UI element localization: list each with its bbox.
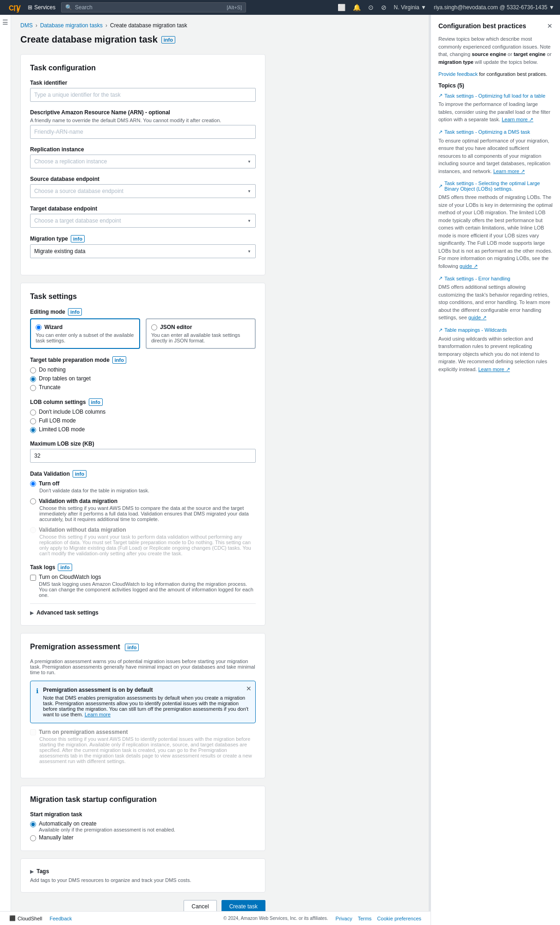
- table-prep-info[interactable]: info: [112, 356, 126, 364]
- migration-type-info[interactable]: info: [71, 235, 85, 242]
- services-button[interactable]: ⊞ Services: [28, 4, 55, 11]
- learn-more-5[interactable]: Learn more ↗: [478, 366, 510, 372]
- wizard-mode-title: Wizard: [36, 324, 135, 330]
- editing-mode-info[interactable]: info: [68, 308, 82, 316]
- task-logs-info[interactable]: info: [58, 564, 72, 571]
- validation-without-label: Validation without data migration: [39, 527, 126, 533]
- guide-link-3[interactable]: guide ↗: [460, 263, 478, 269]
- task-identifier-input[interactable]: [30, 88, 256, 102]
- topic-2-link[interactable]: ↗ Task settings - Optimizing a DMS task: [438, 129, 553, 135]
- banner-title: Premigration assessment is on by default: [43, 687, 250, 693]
- data-validation-info[interactable]: info: [73, 470, 86, 478]
- tags-header[interactable]: ▶ Tags: [30, 868, 256, 875]
- help-icon[interactable]: ⊘: [381, 4, 387, 11]
- replication-instance-select[interactable]: Choose a replication instance: [30, 155, 256, 168]
- lob-settings-info[interactable]: info: [89, 398, 103, 406]
- cookie-preferences-link[interactable]: Cookie preferences: [377, 916, 421, 921]
- link-icon-4: ↗: [438, 275, 443, 281]
- lob-dont-include-option[interactable]: Don't include LOB columns: [30, 409, 256, 416]
- turn-off-option: Turn off Don't validate data for the tab…: [30, 480, 256, 493]
- advanced-task-settings-header[interactable]: ▶ Advanced task settings: [30, 603, 256, 616]
- turn-on-premigration-header: Turn on premigration assessment: [30, 729, 256, 735]
- max-lob-input[interactable]: [30, 449, 256, 463]
- source-endpoint-select[interactable]: Choose a source database endpoint: [30, 184, 256, 198]
- breadcrumb-tasks[interactable]: Database migration tasks: [40, 22, 103, 29]
- tags-title: Tags: [37, 868, 49, 875]
- breadcrumb-dms[interactable]: DMS: [20, 22, 33, 29]
- lob-settings-label: LOB column settings info: [30, 398, 256, 406]
- table-prep-drop-radio[interactable]: [30, 376, 36, 382]
- topic-3-link[interactable]: ↗ Task settings - Selecting the optimal …: [438, 180, 553, 192]
- topic-3-text: DMS offers three methods of migrating LO…: [438, 193, 553, 270]
- topics-count-title: Topics (5): [438, 82, 553, 89]
- learn-more-1[interactable]: Learn more ↗: [502, 117, 533, 122]
- circle-icon[interactable]: ⊙: [368, 4, 374, 11]
- json-editor-radio[interactable]: [151, 324, 157, 330]
- migration-type-label: Migration type info: [30, 235, 256, 242]
- task-logs-label: Task logs info: [30, 564, 256, 571]
- menu-icon[interactable]: ☰: [2, 19, 8, 26]
- lob-limited-option[interactable]: Limited LOB mode: [30, 426, 256, 433]
- feedback-bottom-link[interactable]: Feedback: [49, 916, 72, 921]
- banner-learn-more[interactable]: Learn more: [85, 712, 111, 717]
- turn-on-premigration-option: Turn on premigration assessment Choose t…: [30, 729, 256, 764]
- advanced-task-settings-label: Advanced task settings: [37, 609, 98, 616]
- migration-type-select[interactable]: Migrate existing data: [30, 244, 256, 258]
- lob-full-radio[interactable]: [30, 418, 36, 424]
- search-shortcut: [Alt+S]: [227, 5, 242, 10]
- json-editor-mode-desc: You can enter all available task setting…: [151, 332, 250, 343]
- wizard-radio[interactable]: [36, 324, 42, 330]
- privacy-link[interactable]: Privacy: [336, 916, 352, 921]
- turn-off-radio[interactable]: [30, 481, 36, 487]
- feedback-link[interactable]: Provide feedback: [438, 71, 478, 77]
- lob-full-option[interactable]: Full LOB mode: [30, 417, 256, 424]
- manual-later-radio[interactable]: [30, 835, 36, 841]
- topic-4-link[interactable]: ↗ Task settings - Error handling: [438, 275, 553, 281]
- start-migration-label: Start migration task: [30, 811, 256, 818]
- search-input[interactable]: [75, 4, 224, 11]
- target-endpoint-select-wrapper: Choose a target database endpoint: [30, 214, 256, 228]
- terms-link[interactable]: Terms: [358, 916, 372, 921]
- region-selector[interactable]: N. Virginia ▼: [394, 4, 426, 11]
- panel-title: Configuration best practices: [438, 22, 526, 30]
- page-info-link[interactable]: info: [161, 36, 175, 43]
- wizard-mode-card[interactable]: Wizard You can enter only a subset of th…: [30, 318, 140, 349]
- learn-more-2[interactable]: Learn more ↗: [493, 168, 525, 174]
- migration-type-field: Migration type info Migrate existing dat…: [30, 235, 256, 258]
- topic-1-link[interactable]: ↗ Task settings - Optimizing full load f…: [438, 93, 553, 99]
- table-prep-nothing-radio[interactable]: [30, 367, 36, 373]
- tags-desc: Add tags to your DMS resources to organi…: [30, 877, 256, 883]
- panel-resize-handle[interactable]: [429, 15, 431, 925]
- target-endpoint-select[interactable]: Choose a target database endpoint: [30, 214, 256, 228]
- bell-icon[interactable]: 🔔: [353, 4, 361, 11]
- topic-2: ↗ Task settings - Optimizing a DMS task …: [438, 129, 553, 175]
- lob-dont-include-radio[interactable]: [30, 410, 36, 416]
- topic-5-link[interactable]: ↗ Table mappings - Wildcards: [438, 327, 553, 333]
- cloudwatch-logs-checkbox[interactable]: [30, 575, 36, 581]
- auto-create-radio[interactable]: [30, 821, 36, 827]
- json-editor-mode-card[interactable]: JSON editor You can enter all available …: [146, 318, 256, 349]
- table-prep-nothing-option[interactable]: Do nothing: [30, 366, 256, 373]
- panel-close-button[interactable]: ✕: [547, 22, 553, 30]
- banner-close-button[interactable]: ✕: [246, 685, 252, 692]
- table-prep-truncate-option[interactable]: Truncate: [30, 384, 256, 391]
- auto-create-option[interactable]: Automatically on create Available only i…: [30, 820, 256, 832]
- cloud-shell-button[interactable]: ⬛ CloudShell: [9, 915, 42, 921]
- main-content: DMS › Database migration tasks › Create …: [11, 15, 275, 925]
- search-bar[interactable]: 🔍 [Alt+S]: [61, 2, 246, 12]
- startup-config-title: Migration task startup configuration: [30, 795, 256, 804]
- task-logs-section: Task logs info Turn on CloudWatch logs D…: [30, 564, 256, 598]
- premigration-info[interactable]: info: [125, 644, 139, 651]
- manual-later-option[interactable]: Manually later: [30, 834, 256, 841]
- table-prep-drop-option[interactable]: Drop tables on target: [30, 375, 256, 382]
- user-menu[interactable]: riya.singh@hevodata.com @ 5332-6736-1435…: [434, 4, 554, 11]
- terminal-icon[interactable]: ⬜: [338, 4, 345, 11]
- table-prep-truncate-radio[interactable]: [30, 385, 36, 391]
- lob-limited-radio[interactable]: [30, 427, 36, 433]
- table-prep-nothing-label: Do nothing: [39, 366, 66, 373]
- topic-4: ↗ Task settings - Error handling DMS off…: [438, 275, 553, 322]
- cloudwatch-logs-option[interactable]: Turn on CloudWatch logs DMS task logging…: [30, 574, 256, 598]
- guide-link-4[interactable]: guide ↗: [468, 315, 486, 320]
- validation-with-radio[interactable]: [30, 498, 36, 504]
- arn-input[interactable]: [30, 125, 256, 139]
